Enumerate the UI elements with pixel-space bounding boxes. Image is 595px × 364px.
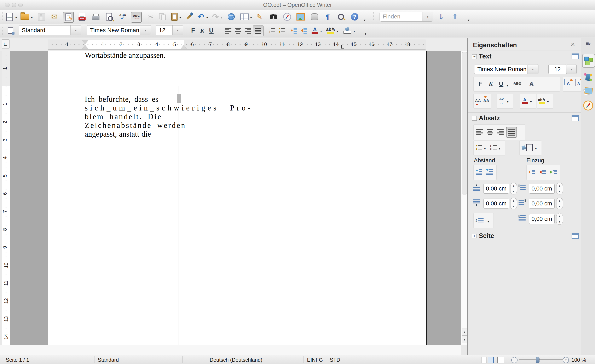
horizontal-ruler[interactable]: 1 1 2 3 4 5 6 7 8 9 10 11 12 13 14 15 16… [48,40,426,50]
paragraph-style-combo[interactable]: Standard ▾ [19,25,81,35]
export-pdf-button[interactable]: PDF [77,12,87,22]
tab-styles[interactable] [582,71,594,84]
tab-gallery[interactable] [582,85,594,98]
highlight-color-button[interactable]: ab✎ [326,26,336,36]
toolbar-overflow-arrow[interactable]: ▾ [364,18,365,22]
text-section-header[interactable]: Text [479,53,491,60]
sidebar-underline-button[interactable]: U [496,79,506,88]
sidebar-font-color-dropdown-arrow[interactable]: ▾ [530,100,532,104]
tab-navigator[interactable] [582,99,594,112]
undo-dropdown-arrow[interactable]: ▾ [206,16,208,20]
zoom-out-button[interactable]: − [511,357,517,363]
font-color-dropdown-arrow[interactable]: ▾ [320,29,322,33]
bullet-list-dropdown-arrow[interactable]: ▾ [484,147,486,150]
above-spacing-field[interactable]: 0,00 cm [483,184,509,194]
italic-button[interactable]: K [197,26,207,36]
auto-spellcheck-toggle[interactable]: ABC~~ [131,12,142,23]
sidebar-align-left-button[interactable] [475,127,484,136]
sidebar-close-icon[interactable]: × [571,40,575,48]
styles-button[interactable] [5,26,15,36]
page-count-status[interactable]: Seite 1 / 1 [6,357,29,363]
text-dialog-launcher-icon[interactable] [572,53,579,59]
page-section-collapse-icon[interactable]: + [472,234,477,238]
left-indent-marker[interactable] [82,45,88,49]
find-replace-button[interactable] [269,12,278,22]
find-dropdown-arrow[interactable]: ▾ [422,12,433,21]
gallery-button[interactable] [296,12,306,22]
paragraph-background-dropdown-arrow[interactable]: ▾ [535,147,537,150]
selection-mode-status[interactable]: STD [330,357,340,363]
sidebar-font-name-combo[interactable]: Times New Roman [474,64,531,74]
sidebar-align-center-button[interactable] [485,127,495,136]
underline-button[interactable]: U [206,26,216,36]
after-indent-field[interactable]: 0,00 cm [529,199,555,208]
paste-button[interactable] [170,12,179,22]
sidebar-size-dropdown-arrow[interactable]: ▾ [566,64,577,74]
undo-button[interactable]: ↶ [196,12,206,22]
before-indent-spinner[interactable]: ▲▼ [556,183,563,194]
decrease-spacing-button[interactable] [485,167,494,177]
style-dropdown-arrow[interactable]: ▾ [71,26,81,35]
hanging-indent-button[interactable] [549,167,558,177]
background-color-dropdown-arrow[interactable]: ▾ [354,29,355,33]
scrollbar-thumb[interactable] [462,52,467,195]
above-spacing-spinner[interactable]: ▲▼ [510,183,517,194]
align-right-button[interactable] [243,26,253,36]
vertical-scrollbar[interactable]: ▲ ▼ [461,51,468,345]
insert-table-button[interactable] [240,12,249,22]
sidebar-align-right-button[interactable] [496,127,505,136]
toolbar-grip[interactable] [2,26,3,35]
before-indent-field[interactable]: 0,00 cm [529,184,555,194]
scroll-up-button[interactable]: ▲ [462,328,467,335]
sidebar-justify-button[interactable] [506,127,517,138]
char-spacing-dropdown-arrow[interactable]: ▾ [507,100,509,104]
zoom-slider-thumb[interactable] [536,357,539,363]
sidebar-increase-indent-button[interactable] [528,167,537,177]
sidebar-bullet-list-button[interactable] [475,143,484,152]
align-center-button[interactable] [233,26,243,36]
paragraph-dialog-launcher-icon[interactable] [572,115,579,121]
decrease-indent-button[interactable] [289,26,299,36]
paragraph-background-button[interactable] [521,143,534,152]
find-next-button[interactable]: ⇓ [436,12,446,22]
multi-page-view-button[interactable] [488,357,493,363]
increase-spacing-button[interactable] [475,167,484,177]
tab-stop-marker[interactable] [341,45,344,49]
subscript-button[interactable]: AA [482,96,490,105]
size-dropdown-arrow[interactable]: ▾ [172,26,183,35]
edit-file-toggle[interactable]: ✎ [63,12,74,23]
new-dropdown-arrow[interactable]: ▾ [15,16,17,20]
superscript-button[interactable]: AA [474,96,482,105]
navigator-button[interactable] [282,12,292,22]
page-preview-button[interactable] [104,12,114,22]
document-text-line[interactable]: blem handelt. Die [85,112,162,121]
page-dialog-launcher-icon[interactable] [572,233,579,239]
document-text-line[interactable]: Wortabstände anzupassen. [85,51,165,60]
formatting-marks-button[interactable]: ¶ [323,12,333,22]
tab-type-button[interactable]: ∟ [2,39,9,49]
first-line-indent-marker[interactable] [82,40,88,44]
below-spacing-field[interactable]: 0,00 cm [483,199,509,208]
after-indent-spinner[interactable]: ▲▼ [556,198,563,209]
document-text-line[interactable]: Ich befürchte, dass es [85,95,158,104]
line-spacing-button[interactable]: ↕ [475,216,484,225]
open-button[interactable] [20,12,30,22]
find-previous-button[interactable]: ⇑ [450,12,460,22]
mail-document-icon[interactable]: ✉ [49,12,59,22]
document-text-line[interactable]: Zeichenabstände werden [85,121,186,130]
font-name-combo[interactable]: Times New Roman ▾ [87,25,151,35]
bold-button[interactable]: F [188,26,198,36]
sidebar-menu-icon[interactable]: ≡▾ [582,39,594,48]
formatting-overflow-arrow[interactable]: ▾ [365,32,366,36]
new-document-button[interactable] [5,12,14,22]
sidebar-italic-button[interactable]: K [486,79,495,88]
help-button[interactable]: ? [350,12,360,22]
tab-properties[interactable] [582,54,595,68]
hyperlink-button[interactable] [226,12,236,22]
document-canvas[interactable]: Ich befürchte, dass es sich_um_ein_schwi… [10,51,461,345]
sidebar-font-size-combo[interactable]: 12 [548,64,567,74]
font-color-button[interactable]: A [310,26,320,36]
show-draw-functions-button[interactable]: ✎ [255,12,264,22]
zoom-button[interactable] [336,12,346,22]
background-color-button[interactable] [342,26,352,36]
